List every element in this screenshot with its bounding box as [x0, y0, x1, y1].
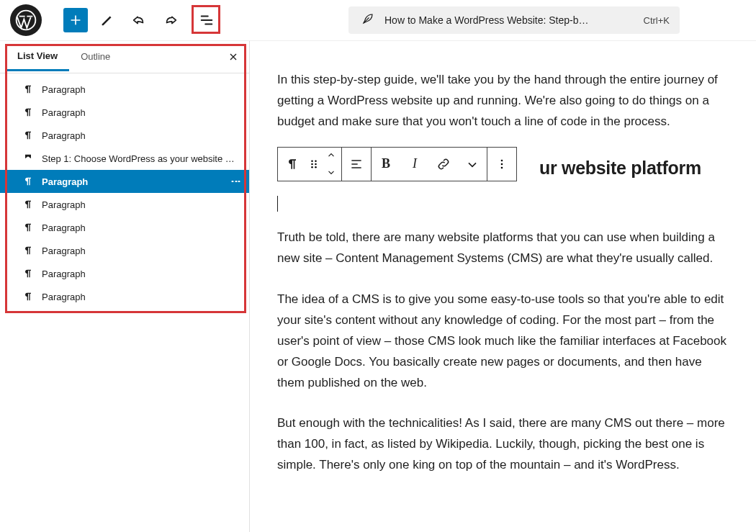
svg-point-6: [315, 166, 317, 168]
paragraph-icon: [22, 291, 35, 302]
list-item-label: Paragraph: [42, 269, 86, 279]
list-item-label: Paragraph: [42, 245, 86, 256]
paragraph-icon: [22, 176, 35, 187]
editor-main: List View Outline Paragraph Paragraph Pa…: [0, 41, 756, 532]
list-item-label: Paragraph: [42, 199, 86, 210]
close-panel-button[interactable]: [223, 47, 243, 67]
list-item-label: Paragraph: [42, 84, 86, 95]
svg-point-1: [311, 160, 313, 162]
svg-point-3: [311, 163, 313, 165]
editor-canvas[interactable]: In this step-by-step guide, we'll take y…: [250, 41, 756, 532]
command-shortcut: Ctrl+K: [644, 15, 670, 26]
link-button[interactable]: [429, 148, 458, 181]
list-item-options-button[interactable]: ⋮: [230, 176, 242, 187]
list-item[interactable]: Paragraph: [0, 285, 249, 308]
list-item[interactable]: Paragraph: [0, 101, 249, 124]
list-item[interactable]: Step 1: Choose WordPress as your website…: [0, 147, 249, 170]
paragraph-icon: [22, 268, 35, 279]
heading-icon: [22, 153, 35, 164]
paragraph-icon: [22, 84, 35, 95]
heading-block[interactable]: B I ur website platform: [277, 153, 729, 184]
block-options-button[interactable]: [487, 148, 516, 181]
italic-button[interactable]: I: [400, 148, 429, 181]
paragraph-block[interactable]: But enough with the technicalities! As I…: [277, 413, 729, 476]
document-overview-wrap: [190, 8, 219, 32]
edit-mode-button[interactable]: [95, 8, 120, 32]
panel-tabs: List View Outline: [0, 41, 249, 73]
move-up-button[interactable]: [321, 148, 341, 164]
editor-top-toolbar: How to Make a WordPress Website: Step-b……: [0, 0, 756, 41]
block-type-button[interactable]: [278, 148, 307, 181]
list-item-label: Paragraph: [42, 107, 86, 118]
list-item-label: Paragraph: [42, 176, 88, 187]
list-item[interactable]: Paragraph: [0, 124, 249, 147]
paragraph-icon: [22, 107, 35, 118]
paragraph-block[interactable]: The idea of a CMS is to give you some ea…: [277, 289, 729, 393]
svg-point-8: [501, 163, 503, 165]
tab-list-view[interactable]: List View: [6, 43, 69, 71]
list-item[interactable]: Paragraph: [0, 262, 249, 285]
drag-handle[interactable]: [307, 148, 321, 181]
wordpress-logo[interactable]: [10, 4, 42, 36]
tab-outline[interactable]: Outline: [69, 44, 122, 70]
align-button[interactable]: [342, 148, 371, 181]
list-item-label: Paragraph: [42, 222, 86, 233]
svg-point-7: [501, 159, 503, 161]
document-title: How to Make a WordPress Website: Step-b…: [384, 14, 634, 26]
paragraph-block[interactable]: In this step-by-step guide, we'll take y…: [277, 70, 729, 132]
list-item[interactable]: Paragraph: [0, 193, 249, 216]
list-item[interactable]: Paragraph: [0, 239, 249, 262]
block-toolbar: B I: [277, 147, 517, 181]
list-item-label: Step 1: Choose WordPress as your website…: [42, 153, 235, 164]
paragraph-icon: [22, 245, 35, 256]
paragraph-icon: [22, 222, 35, 233]
text-cursor: [277, 196, 278, 212]
list-item[interactable]: Paragraph ⋮: [0, 170, 249, 193]
document-overview-panel: List View Outline Paragraph Paragraph Pa…: [0, 41, 250, 532]
annotation-highlight: [192, 5, 220, 34]
paragraph-icon: [22, 199, 35, 210]
more-inline-button[interactable]: [458, 148, 487, 181]
svg-point-9: [501, 166, 503, 168]
move-down-button[interactable]: [321, 164, 341, 181]
document-title-bar[interactable]: How to Make a WordPress Website: Step-b……: [348, 6, 680, 34]
bold-button[interactable]: B: [372, 148, 400, 181]
redo-button[interactable]: [158, 8, 183, 32]
feather-icon: [361, 12, 374, 28]
add-block-button[interactable]: [63, 8, 88, 32]
svg-point-5: [311, 166, 313, 168]
list-item-label: Paragraph: [42, 292, 86, 302]
svg-point-4: [315, 163, 317, 165]
list-view-tree: Paragraph Paragraph Paragraph Step 1: Ch…: [0, 73, 249, 312]
paragraph-icon: [22, 130, 35, 141]
list-item[interactable]: Paragraph: [0, 78, 249, 101]
paragraph-block[interactable]: Truth be told, there are many website pl…: [277, 227, 729, 269]
list-item[interactable]: Paragraph: [0, 216, 249, 239]
undo-button[interactable]: [127, 8, 151, 32]
svg-point-2: [315, 160, 317, 162]
list-item-label: Paragraph: [42, 130, 86, 141]
